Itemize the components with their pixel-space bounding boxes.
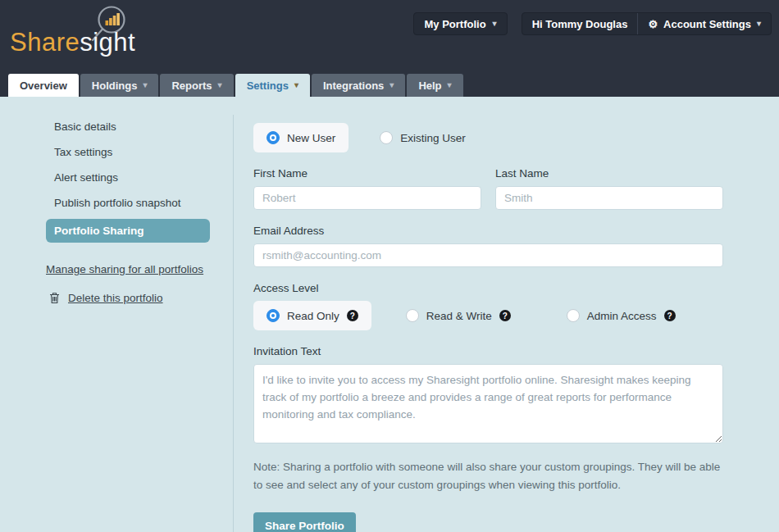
- new-user-label: New User: [287, 132, 335, 144]
- read-only-radio[interactable]: [266, 309, 280, 322]
- existing-user-label: Existing User: [400, 132, 466, 144]
- my-portfolio-button[interactable]: My Portfolio ▾: [413, 12, 507, 35]
- tab-integrations[interactable]: Integrations ▾: [312, 74, 405, 97]
- first-name-group: First Name: [253, 152, 481, 210]
- help-icon[interactable]: ?: [664, 310, 676, 321]
- last-name-label: Last Name: [495, 167, 723, 180]
- tab-label: Overview: [20, 80, 67, 92]
- share-portfolio-button[interactable]: Share Portfolio: [253, 512, 356, 532]
- tab-label: Reports: [171, 80, 212, 92]
- admin-access-radio[interactable]: [567, 309, 580, 322]
- header-actions: My Portfolio ▾ Hi Tommy Douglas ⚙ Accoun…: [413, 12, 772, 35]
- user-greeting: Hi Tommy Douglas: [522, 13, 638, 34]
- first-name-field[interactable]: [253, 186, 481, 210]
- tab-overview[interactable]: Overview: [8, 74, 79, 97]
- user-type-radio-group: New User Existing User: [253, 123, 723, 152]
- access-level-radio-group: Read Only ? Read & Write ? Admin Access …: [253, 301, 723, 330]
- chevron-down-icon: ▾: [294, 81, 298, 89]
- sidebar-item-publish-snapshot[interactable]: Publish portfolio snapshot: [46, 191, 210, 216]
- portfolio-sharing-form: New User Existing User First Name Last N…: [253, 115, 723, 532]
- delete-portfolio-row: Delete this portfolio: [46, 292, 210, 304]
- read-only-option[interactable]: Read Only ?: [253, 301, 371, 330]
- access-level-label: Access Level: [253, 282, 723, 294]
- read-write-radio[interactable]: [406, 309, 419, 322]
- admin-access-label: Admin Access: [587, 310, 657, 322]
- help-icon[interactable]: ?: [347, 310, 358, 321]
- app-header: Sharesight My Portfolio ▾ Hi Tommy Dougl…: [0, 0, 779, 74]
- existing-user-radio[interactable]: [380, 131, 393, 144]
- tab-settings[interactable]: Settings ▾: [235, 74, 310, 97]
- tab-help[interactable]: Help ▾: [407, 74, 462, 97]
- new-user-option[interactable]: New User: [253, 123, 348, 152]
- tab-label: Holdings: [92, 80, 138, 92]
- read-only-label: Read Only: [287, 310, 339, 322]
- read-write-option[interactable]: Read & Write ?: [393, 301, 524, 330]
- sharesight-logo[interactable]: Sharesight: [10, 0, 149, 74]
- manage-sharing-link[interactable]: Manage sharing for all portfolios: [46, 263, 210, 275]
- new-user-radio[interactable]: [266, 131, 280, 144]
- sidebar-item-tax-settings[interactable]: Tax settings: [46, 140, 210, 166]
- chevron-down-icon: ▾: [218, 81, 222, 89]
- chevron-down-icon: ▾: [757, 20, 761, 28]
- tab-label: Settings: [247, 80, 289, 92]
- chevron-down-icon: ▾: [448, 81, 452, 89]
- sidebar-item-basic-details[interactable]: Basic details: [46, 115, 210, 140]
- delete-portfolio-link[interactable]: Delete this portfolio: [68, 292, 163, 304]
- admin-access-option[interactable]: Admin Access ?: [554, 301, 689, 330]
- gear-icon: ⚙: [648, 19, 658, 30]
- settings-sidebar: Basic details Tax settings Alert setting…: [0, 115, 234, 532]
- settings-content: Basic details Tax settings Alert setting…: [0, 97, 779, 532]
- main-nav-tabbar: Overview Holdings ▾ Reports ▾ Settings ▾…: [0, 74, 779, 97]
- chevron-down-icon: ▾: [390, 81, 394, 89]
- sidebar-item-alert-settings[interactable]: Alert settings: [46, 166, 210, 191]
- logo-wordmark: Sharesight: [10, 28, 135, 57]
- sidebar-item-portfolio-sharing[interactable]: Portfolio Sharing: [46, 219, 210, 243]
- account-button-group: Hi Tommy Douglas ⚙ Account Settings ▾: [522, 12, 772, 35]
- logo-text-share: Share: [10, 28, 80, 57]
- trash-icon: [49, 292, 60, 304]
- existing-user-option[interactable]: Existing User: [367, 123, 479, 152]
- invitation-text-label: Invitation Text: [253, 345, 723, 357]
- tab-label: Integrations: [323, 80, 384, 92]
- read-write-label: Read & Write: [426, 310, 492, 322]
- first-name-label: First Name: [253, 167, 481, 180]
- chevron-down-icon: ▾: [143, 81, 147, 89]
- tab-label: Help: [418, 80, 441, 92]
- chevron-down-icon: ▾: [493, 20, 497, 28]
- greeting-label: Hi Tommy Douglas: [532, 18, 628, 30]
- my-portfolio-label: My Portfolio: [424, 18, 485, 30]
- email-label: Email Address: [253, 225, 723, 237]
- logo-text-sight: sight: [80, 28, 135, 57]
- tab-reports[interactable]: Reports ▾: [160, 74, 233, 97]
- sharing-note: Note: Sharing a portfolio with someone w…: [253, 458, 723, 493]
- account-settings-button[interactable]: ⚙ Account Settings ▾: [637, 13, 771, 34]
- help-icon[interactable]: ?: [499, 310, 511, 321]
- last-name-field[interactable]: [495, 186, 723, 210]
- last-name-group: Last Name: [495, 152, 723, 210]
- email-field[interactable]: [253, 243, 723, 267]
- account-settings-label: Account Settings: [663, 18, 751, 30]
- invitation-text-field[interactable]: I'd like to invite you to access my Shar…: [253, 364, 723, 443]
- name-fields-row: First Name Last Name: [253, 152, 723, 210]
- tab-holdings[interactable]: Holdings ▾: [80, 74, 159, 97]
